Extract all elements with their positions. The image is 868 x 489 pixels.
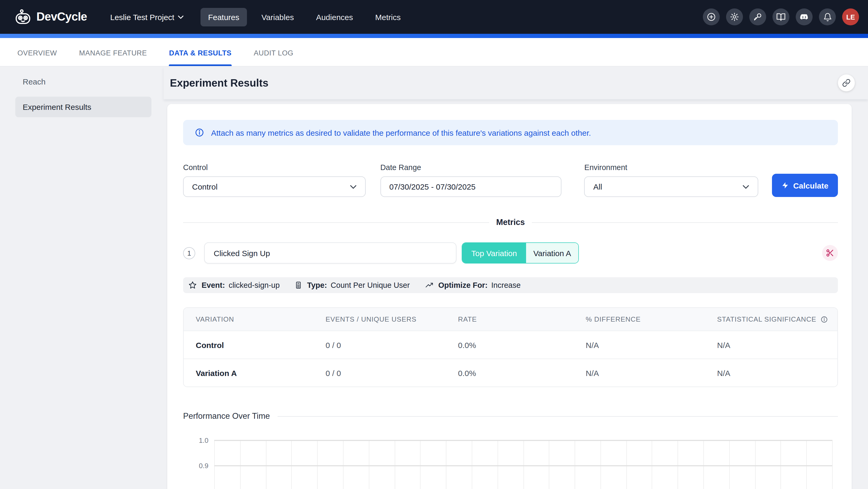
metric-summary-bar: Event: clicked-sign-up Type: Count Per U… bbox=[183, 277, 838, 293]
discord-icon bbox=[799, 12, 809, 22]
tab-audit-log[interactable]: AUDIT LOG bbox=[254, 38, 293, 66]
divider-line bbox=[183, 222, 489, 223]
type-value: Count Per Unique User bbox=[331, 281, 410, 289]
lightning-bolt-icon bbox=[781, 182, 789, 189]
info-icon bbox=[195, 128, 204, 137]
calculate-button[interactable]: Calculate bbox=[772, 174, 838, 197]
info-banner-text: Attach as many metrics as desired to val… bbox=[211, 128, 591, 137]
filter-row: Control Control Date Range Environment bbox=[183, 163, 838, 197]
tab-manage-feature[interactable]: MANAGE FEATURE bbox=[79, 38, 147, 66]
main-nav: Features Variables Audiences Metrics bbox=[201, 8, 408, 26]
robot-logo-icon bbox=[15, 9, 31, 25]
row-events: 0 / 0 bbox=[313, 368, 446, 377]
row-difference: N/A bbox=[574, 340, 705, 349]
control-select[interactable]: Control bbox=[183, 176, 365, 197]
chevron-down-icon bbox=[742, 184, 749, 189]
col-significance-label: STATISTICAL SIGNIFICANCE bbox=[717, 315, 816, 323]
environment-select[interactable]: All bbox=[584, 176, 758, 197]
col-difference: % DIFFERENCE bbox=[574, 315, 705, 323]
info-banner: Attach as many metrics as desired to val… bbox=[183, 120, 838, 145]
sidebar-item-reach[interactable]: Reach bbox=[15, 73, 151, 90]
app-screen: DevCycle Leslie Test Project Features Va… bbox=[0, 0, 868, 489]
experiment-results-card: Attach as many metrics as desired to val… bbox=[167, 104, 851, 489]
type-group: Type: Count Per Unique User bbox=[307, 281, 410, 289]
tab-data-results[interactable]: DATA & RESULTS bbox=[169, 38, 231, 66]
performance-section-header: Performance Over Time bbox=[183, 411, 838, 421]
book-open-icon bbox=[776, 12, 786, 22]
gridline-0-9 bbox=[214, 465, 832, 466]
project-selector[interactable]: Leslie Test Project bbox=[110, 12, 184, 21]
nav-link-metrics[interactable]: Metrics bbox=[368, 8, 408, 26]
page-title: Experiment Results bbox=[170, 77, 268, 89]
main-column: Experiment Results Attach as many metric… bbox=[163, 66, 868, 489]
table-header-row: VARIATION EVENTS / UNIQUE USERS RATE % D… bbox=[184, 308, 837, 330]
add-new-button[interactable] bbox=[703, 8, 720, 25]
control-field: Control Control bbox=[183, 163, 365, 197]
navbar-actions: LE bbox=[703, 8, 859, 25]
nav-link-variables[interactable]: Variables bbox=[254, 8, 301, 26]
row-significance: N/A bbox=[705, 340, 837, 349]
feature-tabs: OVERVIEW MANAGE FEATURE DATA & RESULTS A… bbox=[0, 38, 868, 66]
control-label: Control bbox=[183, 163, 365, 172]
gear-icon bbox=[730, 12, 739, 22]
date-range-field: Date Range bbox=[380, 163, 561, 197]
tab-overview[interactable]: OVERVIEW bbox=[18, 38, 57, 66]
environment-label: Environment bbox=[584, 163, 758, 172]
row-difference: N/A bbox=[574, 368, 705, 377]
optimize-group: Optimize For: Increase bbox=[438, 281, 521, 289]
discord-button[interactable] bbox=[796, 8, 813, 25]
info-icon bbox=[820, 316, 828, 323]
date-range-label: Date Range bbox=[380, 163, 561, 172]
divider-line bbox=[532, 222, 838, 223]
notifications-button[interactable] bbox=[819, 8, 836, 25]
row-rate: 0.0% bbox=[446, 368, 574, 377]
date-range-input[interactable] bbox=[380, 176, 561, 197]
key-icon bbox=[753, 12, 763, 22]
scissors-icon bbox=[826, 249, 834, 257]
metric-index-badge: 1 bbox=[183, 247, 195, 259]
y-axis-tick-1: 1.0 bbox=[183, 436, 209, 444]
row-events: 0 / 0 bbox=[313, 340, 446, 349]
performance-divider-line bbox=[277, 416, 838, 416]
top-navbar: DevCycle Leslie Test Project Features Va… bbox=[0, 0, 868, 34]
control-select-value: Control bbox=[192, 182, 218, 191]
optimize-label: Optimize For: bbox=[438, 281, 488, 289]
accent-gradient-bar bbox=[0, 34, 868, 38]
nav-link-audiences[interactable]: Audiences bbox=[309, 8, 361, 26]
link-icon bbox=[842, 79, 850, 87]
metrics-divider-label: Metrics bbox=[496, 218, 525, 227]
star-icon bbox=[188, 281, 197, 289]
optimize-value: Increase bbox=[491, 281, 521, 289]
chevron-down-icon bbox=[178, 15, 184, 19]
devcycle-logo[interactable]: DevCycle bbox=[15, 9, 87, 25]
y-axis-tick-2: 0.9 bbox=[183, 462, 209, 469]
event-value: clicked-sign-up bbox=[229, 281, 280, 289]
metric-name-input[interactable] bbox=[204, 242, 457, 263]
user-avatar[interactable]: LE bbox=[842, 8, 859, 25]
performance-title: Performance Over Time bbox=[183, 411, 270, 421]
row-variation: Control bbox=[184, 340, 313, 349]
project-name: Leslie Test Project bbox=[110, 12, 175, 21]
results-table: VARIATION EVENTS / UNIQUE USERS RATE % D… bbox=[183, 307, 838, 387]
metric-row: 1 Top Variation Variation A bbox=[183, 242, 838, 263]
sidebar-item-experiment-results[interactable]: Experiment Results bbox=[15, 97, 151, 117]
chart-plot-area bbox=[214, 440, 832, 489]
bell-icon bbox=[823, 12, 832, 21]
copy-link-button[interactable] bbox=[838, 75, 855, 91]
row-variation: Variation A bbox=[184, 368, 313, 377]
docs-button[interactable] bbox=[773, 8, 789, 25]
settings-button[interactable] bbox=[726, 8, 743, 25]
toggle-variation-a[interactable]: Variation A bbox=[526, 243, 578, 263]
metrics-divider: Metrics bbox=[183, 218, 838, 227]
toggle-top-variation[interactable]: Top Variation bbox=[462, 243, 526, 263]
brand-name: DevCycle bbox=[36, 10, 87, 24]
calculate-label: Calculate bbox=[793, 181, 828, 190]
nav-link-features[interactable]: Features bbox=[201, 8, 247, 26]
environment-field: Environment All bbox=[584, 163, 758, 197]
row-rate: 0.0% bbox=[446, 340, 574, 349]
gridline-1-0 bbox=[214, 440, 832, 441]
api-keys-button[interactable] bbox=[749, 8, 766, 25]
table-row: Control 0 / 0 0.0% N/A N/A bbox=[184, 330, 837, 358]
col-rate: RATE bbox=[446, 315, 574, 323]
remove-metric-button[interactable] bbox=[822, 245, 838, 261]
